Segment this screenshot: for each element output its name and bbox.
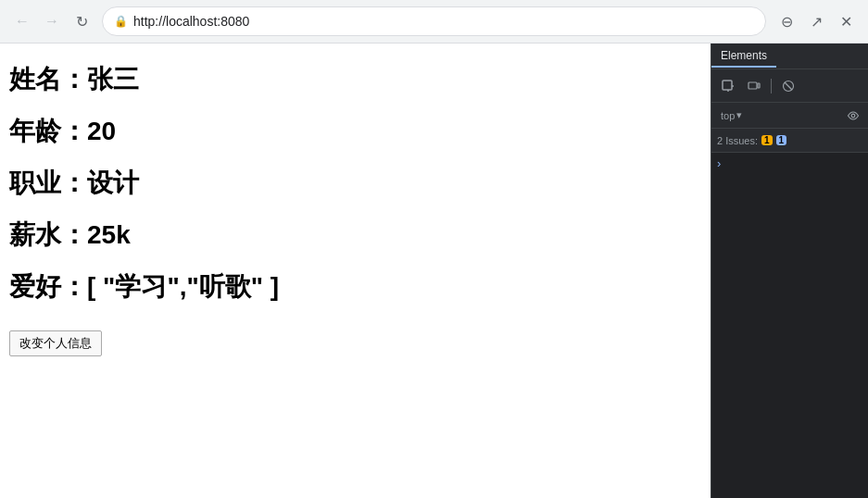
dropdown-icon: ▾ (736, 109, 742, 121)
url-display: http://localhost:8080 (133, 14, 754, 29)
issues-label: 2 Issues: (717, 135, 758, 146)
svg-rect-3 (748, 82, 757, 89)
close-button[interactable]: ✕ (833, 8, 859, 34)
warning-badge: 1 (761, 135, 773, 145)
page-content: 姓名：张三年龄：20职业：设计薪水：25k爱好：[ "学习","听歌" ] 改变… (0, 44, 711, 498)
browser-actions: ⊖ ↗ ✕ (774, 8, 859, 34)
back-button[interactable]: ← (9, 8, 35, 34)
info-line: 姓名：张三 (9, 62, 701, 97)
nav-buttons: ← → ↻ (9, 8, 94, 34)
eye-icon (847, 111, 860, 120)
info-line: 薪水：25k (9, 218, 701, 253)
info-line: 职业：设计 (9, 166, 701, 201)
main-layout: 姓名：张三年龄：20职业：设计薪水：25k爱好：[ "学习","听歌" ] 改变… (0, 44, 868, 498)
devtools-panel: Elements (711, 44, 868, 498)
expand-arrow[interactable]: › (717, 156, 721, 170)
share-button[interactable]: ↗ (803, 8, 829, 34)
info-line: 爱好：[ "学习","听歌" ] (9, 269, 701, 305)
inspect-icon (722, 80, 735, 93)
block-icon (782, 80, 795, 93)
info-badge: 1 (776, 135, 787, 145)
tab-elements[interactable]: Elements (711, 45, 776, 68)
change-info-button[interactable]: 改变个人信息 (9, 330, 102, 356)
block-button[interactable] (777, 75, 799, 97)
forward-button[interactable]: → (39, 8, 65, 34)
info-line: 年龄：20 (9, 114, 701, 149)
zoom-button[interactable]: ⊖ (774, 8, 799, 34)
reload-button[interactable]: ↻ (69, 8, 94, 34)
svg-point-7 (851, 114, 855, 118)
devtools-toolbar (711, 69, 868, 103)
toolbar-separator (771, 79, 772, 93)
devtools-issues-bar[interactable]: 2 Issues: 1 1 (711, 129, 868, 153)
lock-icon: 🔒 (114, 15, 128, 28)
svg-rect-4 (758, 83, 760, 88)
context-selector[interactable]: top ▾ (717, 107, 746, 123)
context-label: top (721, 110, 735, 121)
svg-rect-0 (723, 81, 732, 90)
device-button[interactable] (743, 75, 765, 97)
inspect-button[interactable] (717, 75, 739, 97)
device-icon (748, 80, 761, 93)
browser-chrome: ← → ↻ 🔒 http://localhost:8080 ⊖ ↗ ✕ (0, 0, 868, 44)
address-bar[interactable]: 🔒 http://localhost:8080 (102, 6, 766, 36)
svg-line-6 (785, 82, 792, 90)
devtools-body: › (711, 153, 868, 498)
browser-toolbar: ← → ↻ 🔒 http://localhost:8080 ⊖ ↗ ✕ (0, 0, 868, 43)
info-count: 1 (776, 135, 787, 145)
devtools-context-bar: top ▾ (711, 103, 868, 129)
devtools-tab-bar: Elements (711, 44, 868, 69)
warning-count: 1 (761, 135, 773, 145)
eye-button[interactable] (844, 106, 862, 125)
